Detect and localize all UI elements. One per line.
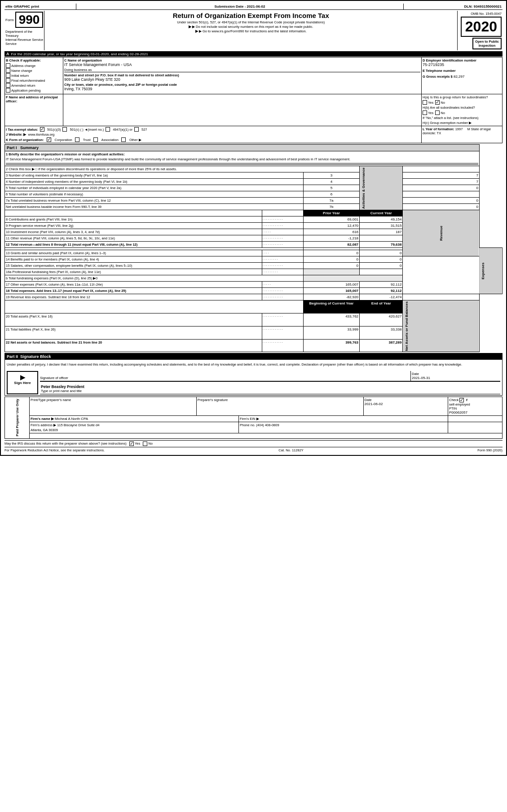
line6-label: 6 Total number of volunteers (estimate i… [5, 191, 304, 198]
j-label: J Website: ▶ [6, 132, 26, 137]
line12-label: 12 Total revenue—add lines 8 through 11 … [5, 242, 262, 248]
line21-boc: 33,999 [303, 326, 359, 339]
net-assets-label: Net Assets or Fund Balances [403, 300, 479, 352]
line9-current: 31,515 [360, 223, 403, 229]
line19-prior: -82,920 [303, 294, 359, 300]
open-to-public: Open to Public Inspection [472, 38, 502, 49]
form-990-page: efile GRAPHIC print Submission Date - 20… [0, 0, 507, 456]
city-value: Irving, TX 75039 [64, 87, 420, 91]
line18-current: 92,112 [360, 288, 403, 294]
ptin-label: PTIN [449, 406, 501, 410]
line4-value: 7 [403, 179, 479, 185]
line16b-label: b Total fundraising expenses (Part IX, c… [5, 275, 304, 282]
h-b-note: If "No," attach a list. (see instruction… [423, 116, 501, 120]
line14-prior: 0 [303, 256, 359, 263]
dln: DLN: 93493155000021 [404, 4, 503, 9]
line19-label: 19 Revenue less expenses. Subtract line … [5, 294, 262, 300]
m-value: TX [437, 131, 441, 135]
subtitle1: Under section 501(c), 527, or 4947(a)(1)… [47, 20, 454, 24]
amended-return-check: Amended return [6, 83, 62, 88]
firm-address-label: Firm's address ▶ [31, 423, 56, 427]
line16a-prior [303, 269, 359, 275]
preparer-name-label: Print/Type preparer's name [31, 398, 195, 402]
line2-label: 2 Check this box ▶ □ if the organization… [5, 166, 360, 172]
line4-label: 4 Number of independent voting members o… [5, 179, 304, 185]
subtitle2: ▶ Do not include social security numbers… [192, 25, 313, 29]
preparer-date-label: Date [365, 398, 447, 402]
initial-return-check: Initial return [6, 73, 62, 78]
dept-name: Department of the Treasury [5, 30, 43, 38]
line12-current: 79,638 [360, 242, 403, 248]
line21-label: 21 Total liabilities (Part X, line 26) [5, 326, 262, 339]
form-body-table: B Check if applicable: Address change Na… [4, 57, 503, 143]
line9-label: 9 Program service revenue (Part VIII, li… [5, 223, 262, 229]
h-b-label: H(b) Are all subordinates included? [423, 106, 501, 110]
expenses-label: Expenses [479, 248, 502, 294]
internal-revenue: Internal Revenue Service [5, 38, 43, 42]
line20-label: 20 Total assets (Part X, line 16) [5, 313, 262, 326]
line11-label: 11 Other revenue (Part VIII, column (A),… [5, 235, 262, 242]
efile-label: efile GRAPHIC print [4, 4, 76, 9]
line17-label: 17 Other expenses (Part IX, column (A), … [5, 282, 262, 288]
k-label: K Form of organization: [6, 138, 44, 142]
k-other: Other ▶ [129, 138, 141, 142]
name-change-check: Name change [6, 68, 62, 73]
line17-prior: 165,007 [303, 282, 359, 288]
line6-value [403, 191, 479, 198]
eoy-header: End of Year [360, 300, 403, 313]
line3-label: 3 Number of voting members of the govern… [5, 172, 304, 179]
preparer-sig-label: Preparer's signature [198, 398, 362, 402]
firm-city-value: Atlanta, GA 30309 [31, 428, 238, 432]
omb-label: OMB No. 1545-0047 [471, 12, 502, 16]
b-label: B Check if applicable: [6, 58, 62, 62]
k-corporation: Corporation [55, 138, 72, 142]
part1-header: Part I [7, 146, 17, 150]
line7b-value: 0 [403, 204, 479, 210]
line18-prior: 165,007 [303, 288, 359, 294]
boc-header: Beginning of Current Year [303, 300, 359, 313]
h-c-label: H(c) Group exemption number ▶ [423, 121, 501, 125]
check-if: if [466, 398, 467, 402]
firm-name-value: Micheal A North CPA [55, 417, 88, 421]
line13-prior: 0 [303, 250, 359, 256]
g-value: 82,297 [454, 75, 464, 79]
line19-current: -12,474 [360, 294, 403, 300]
form-title: Return of Organization Exempt From Incom… [47, 12, 454, 19]
line22-eoy: 387,289 [360, 339, 403, 352]
date-value: 2021-05-31 [412, 376, 499, 380]
line11-current [360, 235, 403, 242]
application-pending-check: Application pending [6, 88, 62, 93]
subtitle3: ▶ Go to www.irs.gov/Form990 for instruct… [199, 29, 307, 33]
paperwork-text: For Paperwork Reduction Act Notice, see … [4, 448, 105, 452]
line8-prior: 69,001 [303, 216, 359, 223]
i-501c3: 501(c)(3) [47, 128, 61, 132]
firm-ein-label: Firm's EIN ▶ [240, 417, 259, 421]
line18-label: 18 Total expenses. Add lines 13–17 (must… [5, 288, 262, 294]
i-501c: 501(c) ( ) ◄(insert no.) [70, 128, 104, 132]
line10-current: 187 [360, 229, 403, 235]
line9-prior: 12,470 [303, 223, 359, 229]
date-label: Date [412, 372, 499, 376]
line16a-label: 16a Professional fundraising fees (Part … [5, 269, 262, 275]
line3-num: 3 [303, 172, 359, 179]
line7b-label: Net unrelated business taxable income fr… [5, 204, 304, 210]
line22-label: 22 Net assets or fund balances. Subtract… [5, 339, 262, 352]
section-a-header: AFor the 2020 calendar year, or tax year… [4, 51, 503, 57]
l-label: L Year of formation: [423, 127, 454, 131]
phone-value: (404) 408-0809 [256, 423, 279, 427]
paid-preparer-section: Paid Preparer Use Only Print/Type prepar… [4, 397, 503, 438]
line14-current: 0 [360, 256, 403, 263]
line13-label: 13 Grants and similar amounts paid (Part… [5, 250, 262, 256]
line15-current: 0 [360, 263, 403, 269]
may-irs-text: May the IRS discuss this return with the… [4, 441, 127, 446]
activities-governance-label: Activities & Governance [360, 166, 403, 210]
c-label: C Name of organization [64, 58, 420, 62]
preparer-date-value: 2021-06-02 [365, 402, 447, 406]
self-employed-label: self-employed [449, 402, 501, 406]
ein: 75-2719235 [423, 62, 501, 67]
line20-eoy: 420,627 [360, 313, 403, 326]
org-name: IT Service Management Forum - USA [64, 62, 420, 67]
h-a-label: H(a) Is this a group return for subordin… [423, 95, 501, 99]
firm-name-label: Firm's name ▶ [31, 417, 54, 421]
part1-table: Part I Summary 1 Briefly describe the or… [4, 144, 503, 352]
